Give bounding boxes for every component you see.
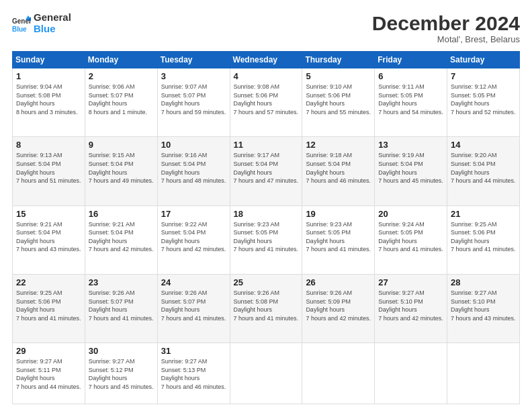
day-detail: Sunrise: 9:08 AM Sunset: 5:06 PM Dayligh…: [234, 83, 299, 116]
table-row: 31 Sunrise: 9:27 AM Sunset: 5:13 PM Dayl…: [157, 343, 230, 404]
day-number: 6: [378, 71, 443, 81]
day-number: 1: [16, 71, 81, 81]
day-detail: Sunrise: 9:22 AM Sunset: 5:04 PM Dayligh…: [161, 220, 226, 254]
day-number: 14: [451, 140, 516, 150]
table-row: 9 Sunrise: 9:15 AM Sunset: 5:04 PM Dayli…: [85, 137, 157, 205]
calendar-table: Sunday Monday Tuesday Wednesday Thursday…: [12, 51, 520, 404]
logo-name-line1: General: [34, 12, 71, 24]
svg-text:Blue: Blue: [12, 26, 27, 33]
day-number: 17: [161, 209, 226, 219]
table-row: 6 Sunrise: 9:11 AM Sunset: 5:05 PM Dayli…: [375, 68, 447, 137]
day-number: 28: [451, 277, 516, 287]
table-row: 28 Sunrise: 9:27 AM Sunset: 5:10 PM Dayl…: [447, 274, 520, 342]
col-saturday: Saturday: [447, 52, 520, 68]
day-detail: Sunrise: 9:26 AM Sunset: 5:09 PM Dayligh…: [306, 289, 371, 322]
day-number: 22: [16, 277, 81, 287]
day-number: 3: [161, 71, 226, 81]
calendar-header-row: Sunday Monday Tuesday Wednesday Thursday…: [13, 52, 520, 68]
day-detail: Sunrise: 9:13 AM Sunset: 5:04 PM Dayligh…: [16, 151, 81, 185]
day-detail: Sunrise: 9:26 AM Sunset: 5:07 PM Dayligh…: [89, 289, 154, 322]
day-number: 11: [234, 140, 299, 150]
day-detail: Sunrise: 9:07 AM Sunset: 5:07 PM Dayligh…: [161, 83, 226, 116]
table-row: 30 Sunrise: 9:27 AM Sunset: 5:12 PM Dayl…: [85, 343, 157, 404]
day-number: 24: [161, 277, 226, 287]
table-row: [302, 343, 375, 404]
table-row: 25 Sunrise: 9:26 AM Sunset: 5:08 PM Dayl…: [230, 274, 302, 342]
calendar-subtitle: Motal', Brest, Belarus: [372, 34, 520, 44]
table-row: 2 Sunrise: 9:06 AM Sunset: 5:07 PM Dayli…: [85, 68, 157, 137]
table-row: [375, 343, 447, 404]
day-detail: Sunrise: 9:27 AM Sunset: 5:10 PM Dayligh…: [451, 289, 516, 322]
table-row: 22 Sunrise: 9:25 AM Sunset: 5:06 PM Dayl…: [13, 274, 85, 342]
day-detail: Sunrise: 9:10 AM Sunset: 5:06 PM Dayligh…: [306, 83, 371, 116]
table-row: 23 Sunrise: 9:26 AM Sunset: 5:07 PM Dayl…: [85, 274, 157, 342]
col-wednesday: Wednesday: [230, 52, 302, 68]
day-number: 18: [234, 209, 299, 219]
table-row: 15 Sunrise: 9:21 AM Sunset: 5:04 PM Dayl…: [13, 205, 85, 274]
logo-icon: General Blue: [12, 14, 31, 33]
page: General Blue General Blue December 2024 …: [0, 0, 532, 411]
table-row: 27 Sunrise: 9:27 AM Sunset: 5:10 PM Dayl…: [375, 274, 447, 342]
day-number: 8: [16, 140, 81, 150]
day-number: 5: [306, 71, 371, 81]
table-row: 12 Sunrise: 9:18 AM Sunset: 5:04 PM Dayl…: [302, 137, 375, 205]
day-number: 19: [306, 209, 371, 219]
calendar-title: December 2024: [372, 12, 520, 34]
day-number: 20: [378, 209, 443, 219]
day-number: 2: [89, 71, 154, 81]
header: General Blue General Blue December 2024 …: [12, 12, 520, 44]
day-detail: Sunrise: 9:25 AM Sunset: 5:06 PM Dayligh…: [451, 220, 516, 254]
table-row: 19 Sunrise: 9:23 AM Sunset: 5:05 PM Dayl…: [302, 205, 375, 274]
logo-name-line2: Blue: [34, 24, 71, 35]
table-row: 10 Sunrise: 9:16 AM Sunset: 5:04 PM Dayl…: [157, 137, 230, 205]
day-number: 7: [451, 71, 516, 81]
day-number: 27: [378, 277, 443, 287]
day-detail: Sunrise: 9:12 AM Sunset: 5:05 PM Dayligh…: [451, 83, 516, 116]
day-detail: Sunrise: 9:11 AM Sunset: 5:05 PM Dayligh…: [378, 83, 443, 116]
table-row: 1 Sunrise: 9:04 AM Sunset: 5:08 PM Dayli…: [13, 68, 85, 137]
day-detail: Sunrise: 9:17 AM Sunset: 5:04 PM Dayligh…: [234, 151, 299, 185]
table-row: 26 Sunrise: 9:26 AM Sunset: 5:09 PM Dayl…: [302, 274, 375, 342]
day-detail: Sunrise: 9:26 AM Sunset: 5:07 PM Dayligh…: [161, 289, 226, 322]
day-number: 29: [16, 346, 81, 356]
day-number: 25: [234, 277, 299, 287]
col-thursday: Thursday: [302, 52, 375, 68]
day-detail: Sunrise: 9:04 AM Sunset: 5:08 PM Dayligh…: [16, 83, 81, 116]
table-row: 13 Sunrise: 9:19 AM Sunset: 5:04 PM Dayl…: [375, 137, 447, 205]
table-row: [230, 343, 302, 404]
table-row: 20 Sunrise: 9:24 AM Sunset: 5:05 PM Dayl…: [375, 205, 447, 274]
table-row: 7 Sunrise: 9:12 AM Sunset: 5:05 PM Dayli…: [447, 68, 520, 137]
day-number: 30: [89, 346, 154, 356]
table-row: 17 Sunrise: 9:22 AM Sunset: 5:04 PM Dayl…: [157, 205, 230, 274]
day-number: 23: [89, 277, 154, 287]
table-row: 8 Sunrise: 9:13 AM Sunset: 5:04 PM Dayli…: [13, 137, 85, 205]
title-block: December 2024 Motal', Brest, Belarus: [372, 12, 520, 44]
day-number: 15: [16, 209, 81, 219]
col-monday: Monday: [85, 52, 157, 68]
day-detail: Sunrise: 9:16 AM Sunset: 5:04 PM Dayligh…: [161, 151, 226, 185]
day-detail: Sunrise: 9:18 AM Sunset: 5:04 PM Dayligh…: [306, 151, 371, 185]
day-number: 4: [234, 71, 299, 81]
table-row: 29 Sunrise: 9:27 AM Sunset: 5:11 PM Dayl…: [13, 343, 85, 404]
day-detail: Sunrise: 9:23 AM Sunset: 5:05 PM Dayligh…: [234, 220, 299, 254]
col-friday: Friday: [375, 52, 447, 68]
day-detail: Sunrise: 9:23 AM Sunset: 5:05 PM Dayligh…: [306, 220, 371, 254]
day-number: 31: [161, 346, 226, 356]
day-detail: Sunrise: 9:21 AM Sunset: 5:04 PM Dayligh…: [89, 220, 154, 254]
day-number: 9: [89, 140, 154, 150]
table-row: 4 Sunrise: 9:08 AM Sunset: 5:06 PM Dayli…: [230, 68, 302, 137]
table-row: 14 Sunrise: 9:20 AM Sunset: 5:04 PM Dayl…: [447, 137, 520, 205]
table-row: 11 Sunrise: 9:17 AM Sunset: 5:04 PM Dayl…: [230, 137, 302, 205]
day-detail: Sunrise: 9:26 AM Sunset: 5:08 PM Dayligh…: [234, 289, 299, 322]
logo: General Blue General Blue: [12, 12, 71, 34]
day-number: 13: [378, 140, 443, 150]
table-row: 3 Sunrise: 9:07 AM Sunset: 5:07 PM Dayli…: [157, 68, 230, 137]
table-row: [447, 343, 520, 404]
day-detail: Sunrise: 9:20 AM Sunset: 5:04 PM Dayligh…: [451, 151, 516, 185]
day-detail: Sunrise: 9:25 AM Sunset: 5:06 PM Dayligh…: [16, 289, 81, 322]
day-detail: Sunrise: 9:27 AM Sunset: 5:12 PM Dayligh…: [89, 357, 154, 391]
table-row: 5 Sunrise: 9:10 AM Sunset: 5:06 PM Dayli…: [302, 68, 375, 137]
day-detail: Sunrise: 9:27 AM Sunset: 5:13 PM Dayligh…: [161, 357, 226, 391]
day-detail: Sunrise: 9:19 AM Sunset: 5:04 PM Dayligh…: [378, 151, 443, 185]
day-number: 12: [306, 140, 371, 150]
